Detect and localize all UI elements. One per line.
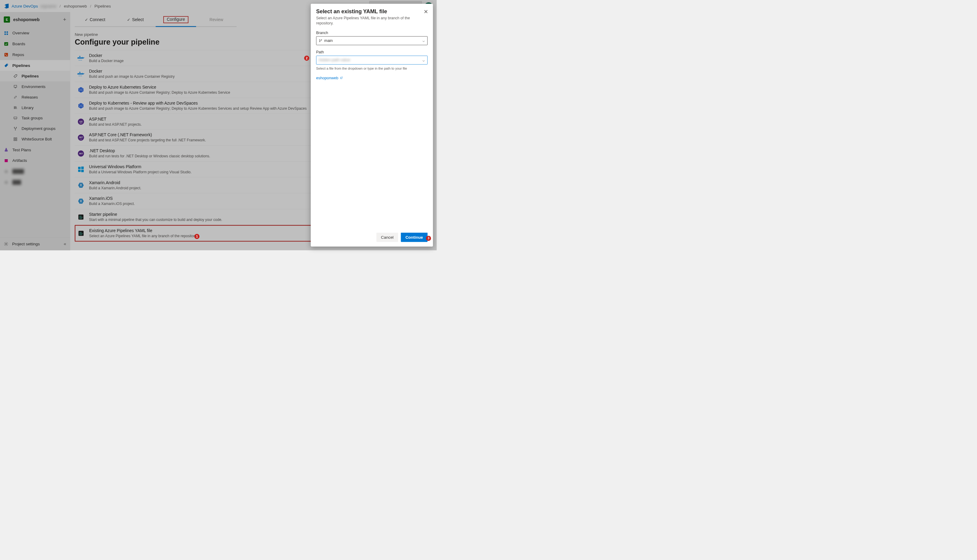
- callout-2: 2: [304, 56, 309, 61]
- repo-external-link[interactable]: eshoponweb: [316, 76, 428, 80]
- callout-1: 1: [194, 234, 199, 239]
- path-value: hidden-path-value: [319, 58, 350, 62]
- branch-label: Branch: [316, 30, 428, 35]
- branch-icon: [319, 39, 323, 42]
- callout-3: 3: [426, 236, 431, 241]
- cancel-button[interactable]: Cancel: [376, 233, 398, 242]
- svg-point-67: [319, 40, 320, 40]
- close-icon[interactable]: ✕: [423, 9, 428, 15]
- chevron-down-icon: ⌵: [422, 38, 425, 43]
- yaml-select-panel: ✕ Select an existing YAML file Select an…: [311, 4, 433, 247]
- path-hint: Select a file from the dropdown or type …: [316, 66, 428, 70]
- repo-link-label: eshoponweb: [316, 76, 338, 80]
- svg-point-69: [321, 40, 322, 40]
- external-link-icon: [340, 76, 343, 79]
- panel-title: Select an existing YAML file: [316, 8, 428, 15]
- chevron-down-icon: ⌵: [422, 58, 425, 62]
- continue-button[interactable]: Continue: [401, 233, 427, 242]
- panel-subtitle: Select an Azure Pipelines YAML file in a…: [316, 15, 411, 26]
- path-label: Path: [316, 50, 428, 54]
- svg-point-68: [319, 41, 320, 42]
- branch-value: main: [325, 38, 333, 43]
- path-dropdown[interactable]: hidden-path-value ⌵: [316, 55, 428, 65]
- branch-dropdown[interactable]: main ⌵: [316, 36, 428, 45]
